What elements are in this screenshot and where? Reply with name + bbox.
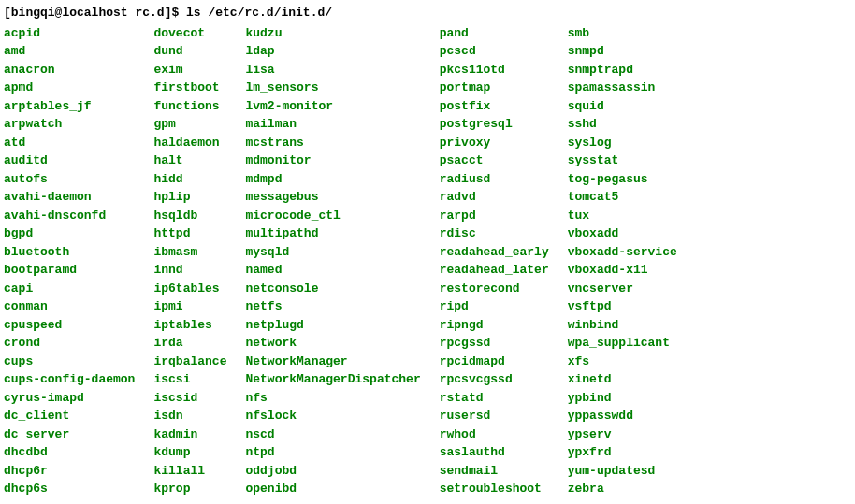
file-entry: multipathd	[245, 224, 420, 243]
file-entry: radiusd	[440, 170, 549, 189]
file-entry: arpwatch	[4, 115, 135, 134]
file-entry: network	[245, 334, 420, 353]
file-entry: tog-pegasus	[568, 170, 677, 189]
file-entry: vsftpd	[568, 297, 677, 316]
file-entry: httpd	[153, 224, 226, 243]
file-entry: rarpd	[440, 207, 549, 225]
file-entry: rdisc	[440, 224, 549, 243]
file-entry: bootparamd	[4, 261, 135, 280]
file-entry: rusersd	[440, 407, 549, 425]
file-entry: winbind	[568, 316, 677, 335]
file-entry: setroubleshoot	[440, 480, 549, 498]
file-entry: iscsi	[153, 370, 226, 389]
file-entry: conman	[4, 297, 135, 316]
file-entry: xinetd	[568, 370, 677, 389]
file-entry: nscd	[245, 425, 420, 444]
file-entry: dund	[153, 42, 226, 61]
file-entry: avahi-daemon	[4, 188, 135, 207]
file-entry: mailman	[245, 115, 420, 134]
file-entry: functions	[153, 97, 226, 116]
file-entry: pcscd	[440, 42, 549, 61]
file-entry: rpcsvcgssd	[440, 370, 549, 389]
file-entry: irqbalance	[153, 353, 226, 371]
file-entry: isdn	[153, 407, 226, 425]
file-entry: ibmasm	[153, 243, 226, 262]
file-entry: ldap	[245, 42, 420, 61]
column-2: kudzuldaplisalm_sensorslvm2-monitormailm…	[245, 24, 439, 498]
file-entry: mysqld	[245, 243, 420, 262]
file-entry: arptables_jf	[4, 97, 135, 116]
file-entry: syslog	[568, 134, 677, 152]
file-entry: ypbind	[568, 389, 677, 408]
file-entry: ntpd	[245, 443, 420, 462]
file-entry: rwhod	[440, 425, 549, 444]
file-entry: psacct	[440, 151, 549, 170]
prompt-prefix: [bingqi@localhost rc.d]$	[4, 6, 179, 20]
file-entry: dovecot	[153, 24, 226, 43]
file-entry: haldaemon	[153, 134, 226, 152]
file-entry: vboxadd-service	[568, 243, 677, 262]
file-entry: ripd	[440, 297, 549, 316]
file-entry: tomcat5	[568, 188, 677, 207]
file-entry: acpid	[4, 24, 135, 43]
file-entry: iptables	[153, 316, 226, 335]
file-entry: dc_client	[4, 407, 135, 425]
file-entry: pand	[440, 24, 549, 43]
file-entry: halt	[153, 151, 226, 170]
file-entry: vboxadd-x11	[568, 261, 677, 280]
file-entry: lisa	[245, 61, 420, 79]
file-entry: mdmonitor	[245, 151, 420, 170]
file-entry: avahi-dnsconfd	[4, 207, 135, 225]
file-entry: bluetooth	[4, 243, 135, 262]
file-entry: snmptrapd	[568, 61, 677, 79]
command-text: ls /etc/rc.d/init.d/	[186, 6, 332, 20]
file-entry: ipmi	[153, 297, 226, 316]
column-3: pandpcscdpkcs11otdportmappostfixpostgres…	[440, 24, 568, 498]
file-entry: readahead_early	[440, 243, 549, 262]
file-entry: kprop	[153, 480, 226, 498]
file-entry: vboxadd	[568, 224, 677, 243]
file-entry: pkcs11otd	[440, 61, 549, 79]
file-entry: dhcp6r	[4, 462, 135, 481]
file-entry: saslauthd	[440, 443, 549, 462]
file-entry: hplip	[153, 188, 226, 207]
file-entry: postgresql	[440, 115, 549, 134]
file-entry: dhcdbd	[4, 443, 135, 462]
file-entry: ypserv	[568, 425, 677, 444]
file-entry: gpm	[153, 115, 226, 134]
file-entry: vncserver	[568, 280, 677, 298]
file-entry: bgpd	[4, 224, 135, 243]
file-entry: readahead_later	[440, 261, 549, 280]
file-entry: kdump	[153, 443, 226, 462]
file-entry: apmd	[4, 79, 135, 97]
file-entry: sshd	[568, 115, 677, 134]
ls-output: acpidamdanacronapmdarptables_jfarpwatcha…	[4, 24, 851, 498]
file-entry: oddjobd	[245, 462, 420, 481]
file-entry: hsqldb	[153, 207, 226, 225]
column-4: smbsnmpdsnmptrapdspamassassinsquidsshdsy…	[568, 24, 696, 498]
file-entry: microcode_ctl	[245, 207, 420, 225]
file-entry: auditd	[4, 151, 135, 170]
file-entry: smb	[568, 24, 677, 43]
file-entry: innd	[153, 261, 226, 280]
file-entry: dhcp6s	[4, 480, 135, 498]
column-0: acpidamdanacronapmdarptables_jfarpwatcha…	[4, 24, 153, 498]
file-entry: kudzu	[245, 24, 420, 43]
file-entry: lvm2-monitor	[245, 97, 420, 116]
file-entry: ripngd	[440, 316, 549, 335]
file-entry: rpcidmapd	[440, 353, 549, 371]
file-entry: squid	[568, 97, 677, 116]
file-entry: nfslock	[245, 407, 420, 425]
file-entry: exim	[153, 61, 226, 79]
file-entry: wpa_supplicant	[568, 334, 677, 353]
file-entry: mcstrans	[245, 134, 420, 152]
file-entry: lm_sensors	[245, 79, 420, 97]
file-entry: anacron	[4, 61, 135, 79]
file-entry: rpcgssd	[440, 334, 549, 353]
file-entry: privoxy	[440, 134, 549, 152]
file-entry: openibd	[245, 480, 420, 498]
file-entry: hidd	[153, 170, 226, 189]
file-entry: snmpd	[568, 42, 677, 61]
file-entry: NetworkManager	[245, 353, 420, 371]
file-entry: named	[245, 261, 420, 280]
